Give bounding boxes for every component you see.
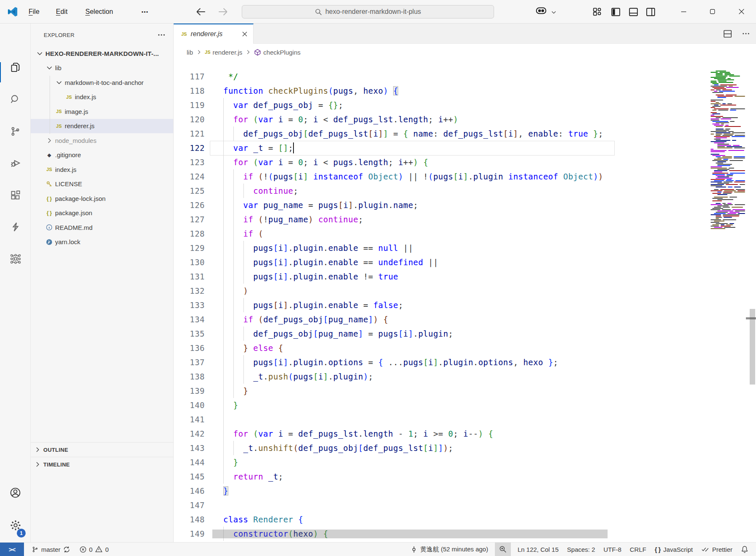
tree-item-node-modules[interactable]: node_modules bbox=[31, 133, 173, 148]
line-number[interactable]: 120 bbox=[174, 112, 205, 126]
tree-item-renderer-js[interactable]: JSrenderer.js bbox=[31, 119, 173, 134]
toggle-panel-icon[interactable] bbox=[628, 7, 639, 17]
line-number[interactable]: 137 bbox=[174, 355, 205, 369]
line-number[interactable]: 144 bbox=[174, 455, 205, 469]
code-line-139[interactable]: 139 } bbox=[174, 384, 756, 398]
code-line-135[interactable]: 135 def_pugs_obj[pug_name] = pugs[i].plu… bbox=[174, 327, 756, 341]
line-number[interactable]: 135 bbox=[174, 327, 205, 341]
horizontal-scrollbar[interactable] bbox=[212, 530, 608, 538]
code-line-132[interactable]: 132 ) bbox=[174, 284, 756, 298]
code-line-137[interactable]: 137 pugs[i].plugin.options = { ...pugs[i… bbox=[174, 355, 756, 369]
line-number[interactable]: 128 bbox=[174, 227, 205, 241]
code-line-117[interactable]: 117 */ bbox=[174, 69, 756, 84]
menu-selection[interactable]: Selection bbox=[83, 0, 116, 24]
code-line-125[interactable]: 125 continue; bbox=[174, 184, 756, 198]
tree-item-package-json[interactable]: { }package.json bbox=[31, 206, 173, 221]
code-line-147[interactable]: 147 bbox=[174, 498, 756, 512]
line-number[interactable]: 136 bbox=[174, 341, 205, 355]
line-number[interactable]: 117 bbox=[174, 69, 205, 84]
menu-more[interactable]: ⋯ bbox=[139, 0, 151, 24]
line-number[interactable]: 147 bbox=[174, 498, 205, 512]
remote-indicator[interactable]: >< bbox=[0, 543, 24, 556]
line-number[interactable]: 132 bbox=[174, 284, 205, 298]
sidebar-item-network-extension[interactable] bbox=[0, 244, 31, 274]
sidebar-item-explorer[interactable] bbox=[0, 52, 31, 82]
sidebar-item-run-debug[interactable] bbox=[0, 148, 31, 178]
toggle-primary-sidebar-icon[interactable] bbox=[611, 7, 621, 17]
breadcrumb-checkplugins[interactable]: checkPlugins bbox=[254, 49, 300, 56]
code-line-134[interactable]: 134 if (def_pugs_obj[pug_name]) { bbox=[174, 312, 756, 327]
code-line-140[interactable]: 140 } bbox=[174, 398, 756, 412]
line-number[interactable]: 143 bbox=[174, 441, 205, 455]
forward-arrow-icon[interactable] bbox=[217, 6, 228, 17]
code-line-146[interactable]: 146} bbox=[174, 484, 756, 498]
more-actions-icon[interactable] bbox=[742, 29, 750, 38]
line-number[interactable]: 130 bbox=[174, 255, 205, 269]
line-number[interactable]: 121 bbox=[174, 126, 205, 141]
customize-layout-icon[interactable] bbox=[592, 7, 602, 17]
vertical-scrollbar[interactable] bbox=[750, 309, 755, 385]
command-center-search[interactable]: hexo-renderer-markdown-it-plus bbox=[242, 5, 494, 18]
tree-item-lib[interactable]: lib bbox=[31, 61, 173, 76]
account-button[interactable] bbox=[0, 477, 31, 508]
tree-item-markdown-it-toc-and-anchor[interactable]: markdown-it-toc-and-anchor bbox=[31, 75, 173, 90]
line-number[interactable]: 127 bbox=[174, 212, 205, 227]
code-editor[interactable]: 117 */118function checkPlugins(pugs, hex… bbox=[174, 61, 756, 542]
code-line-144[interactable]: 144 } bbox=[174, 455, 756, 469]
code-line-128[interactable]: 128 if ( bbox=[174, 227, 756, 241]
line-number[interactable]: 126 bbox=[174, 198, 205, 212]
tab-renderer-js[interactable]: JS renderer.js bbox=[174, 24, 254, 44]
breadcrumb-renderer-js[interactable]: JS renderer.js bbox=[205, 49, 242, 56]
maximize-button[interactable] bbox=[698, 0, 727, 23]
line-number[interactable]: 139 bbox=[174, 384, 205, 398]
minimap[interactable] bbox=[711, 71, 745, 229]
sidebar-item-extensions[interactable] bbox=[0, 180, 31, 210]
code-line-124[interactable]: 124 if (!(pugs[i] instanceof Object) || … bbox=[174, 169, 756, 184]
more-actions-icon[interactable] bbox=[157, 31, 166, 39]
indentation-item[interactable]: Spaces: 2 bbox=[566, 543, 597, 556]
close-tab-icon[interactable] bbox=[241, 31, 248, 37]
tree-item-package-lock-json[interactable]: { }package-lock.json bbox=[31, 191, 173, 206]
line-number[interactable]: 124 bbox=[174, 169, 205, 184]
code-line-138[interactable]: 138 _t.push(pugs[i].plugin); bbox=[174, 369, 756, 384]
git-blame-item[interactable]: 黄逸航 (52 minutes ago) bbox=[409, 543, 490, 556]
encoding-item[interactable]: UTF-8 bbox=[602, 543, 623, 556]
code-line-118[interactable]: 118function checkPlugins(pugs, hexo) { bbox=[174, 84, 756, 98]
code-line-142[interactable]: 142 for (var i = def_pugs_lst.length - 1… bbox=[174, 427, 756, 441]
code-line-126[interactable]: 126 var pug_name = pugs[i].plugin.name; bbox=[174, 198, 756, 212]
zoom-status-item[interactable] bbox=[495, 543, 511, 556]
tree-item-hexo-renderer-markdown-it-[interactable]: HEXO-RENDERER-MARKDOWN-IT-... bbox=[31, 46, 173, 61]
tree-item-license[interactable]: LICENSE bbox=[31, 177, 173, 192]
code-line-120[interactable]: 120 for (var i = 0; i < def_pugs_lst.len… bbox=[174, 112, 756, 126]
line-number[interactable]: 141 bbox=[174, 412, 205, 427]
settings-button[interactable]: 1 bbox=[0, 510, 31, 540]
tree-item-readme-md[interactable]: README.md bbox=[31, 220, 173, 235]
line-number[interactable]: 131 bbox=[174, 269, 205, 284]
sidebar-item-source-control[interactable] bbox=[0, 116, 31, 146]
line-number[interactable]: 148 bbox=[174, 512, 205, 527]
tree-item-image-js[interactable]: JSimage.js bbox=[31, 104, 173, 119]
toggle-secondary-sidebar-icon[interactable] bbox=[645, 7, 656, 17]
breadcrumb-lib[interactable]: lib bbox=[187, 49, 193, 56]
chevron-down-icon[interactable] bbox=[551, 9, 557, 15]
timeline-section[interactable]: TIMELINE bbox=[31, 457, 173, 472]
tree-item-yarn-lock[interactable]: yarn.lock bbox=[31, 235, 173, 250]
code-line-131[interactable]: 131 pugs[i].plugin.enable != true bbox=[174, 269, 756, 284]
line-number[interactable]: 134 bbox=[174, 312, 205, 327]
outline-section[interactable]: OUTLINE bbox=[31, 442, 173, 457]
line-number[interactable]: 118 bbox=[174, 84, 205, 98]
line-number[interactable]: 142 bbox=[174, 427, 205, 441]
code-line-143[interactable]: 143 _t.unshift(def_pugs_obj[def_pugs_lst… bbox=[174, 441, 756, 455]
line-number[interactable]: 119 bbox=[174, 98, 205, 112]
line-number[interactable]: 138 bbox=[174, 369, 205, 384]
code-line-130[interactable]: 130 pugs[i].plugin.enable == undefined |… bbox=[174, 255, 756, 269]
tree-item-index-js[interactable]: JSindex.js bbox=[31, 162, 173, 177]
eol-item[interactable]: CRLF bbox=[628, 543, 648, 556]
code-line-136[interactable]: 136 } else { bbox=[174, 341, 756, 355]
code-line-119[interactable]: 119 var def_pugs_obj = {}; bbox=[174, 98, 756, 112]
line-number[interactable]: 145 bbox=[174, 469, 205, 484]
code-line-133[interactable]: 133 pugs[i].plugin.enable = false; bbox=[174, 298, 756, 312]
close-button[interactable] bbox=[727, 0, 756, 23]
formatter-item[interactable]: Prettier bbox=[700, 543, 734, 556]
line-number[interactable]: 125 bbox=[174, 184, 205, 198]
